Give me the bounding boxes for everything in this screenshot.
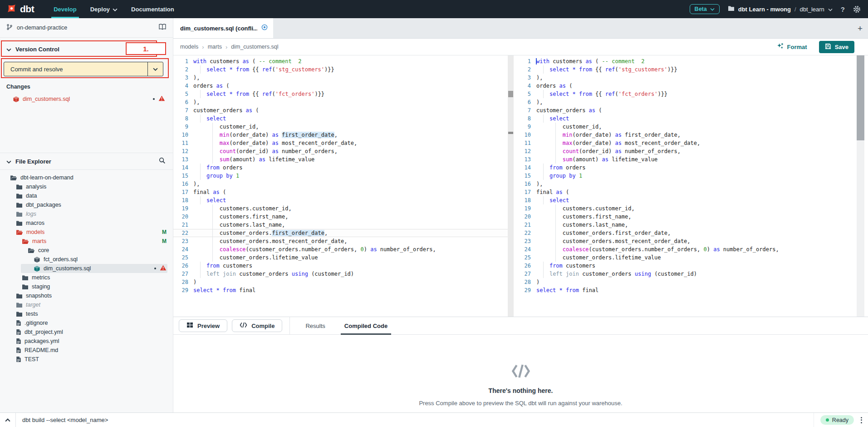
tree-item-readme-md[interactable]: README.md	[0, 346, 173, 355]
modified-circle-dot-icon[interactable]	[261, 24, 268, 32]
code-line-5[interactable]: 5 select * from {{ ref('fct_orders')}}	[173, 90, 508, 98]
code-line-18[interactable]: 18 select	[517, 196, 857, 204]
code-line-21[interactable]: 21 customers.last_name,	[517, 221, 857, 229]
code-line-1[interactable]: 1with customers as ( -- comment 2	[173, 57, 508, 65]
compile-button[interactable]: Compile	[232, 319, 282, 332]
branch-row[interactable]: on-demand-practice	[0, 18, 173, 38]
changes-file-row[interactable]: dim_customers.sql	[0, 94, 173, 104]
code-line-23[interactable]: 23 customer_orders.most_recent_order_dat…	[517, 237, 857, 245]
tree-item-metrics[interactable]: metrics	[0, 273, 173, 282]
account-selector[interactable]: dbt Learn - mwong / dbt_learn	[728, 5, 833, 13]
tree-item-models[interactable]: modelsM	[0, 228, 173, 237]
tree-item-macros[interactable]: macros	[0, 218, 173, 228]
scrollbar-thumb[interactable]	[857, 55, 864, 140]
code-line-10[interactable]: 10 min(order_date) as first_order_date,	[173, 131, 508, 139]
code-line-13[interactable]: 13 sum(amount) as lifetime_value	[517, 155, 857, 164]
code-line-20[interactable]: 20 customers.first_name,	[517, 213, 857, 221]
docs-book-icon[interactable]	[158, 24, 167, 32]
breadcrumb-models[interactable]: models	[180, 44, 198, 50]
version-control-header[interactable]: Version Control	[0, 41, 157, 57]
code-line-26[interactable]: 26 from customers	[517, 262, 857, 270]
code-line-15[interactable]: 15 group by 1	[173, 172, 508, 180]
tree-item-data[interactable]: data	[0, 191, 173, 200]
code-line-6[interactable]: 6),	[517, 98, 857, 106]
nav-item-develop[interactable]: Develop	[47, 0, 83, 18]
save-button[interactable]: Save	[819, 41, 854, 53]
preview-button[interactable]: Preview	[179, 319, 227, 332]
code-line-8[interactable]: 8 select	[173, 114, 508, 123]
tree-item-dim-customers-sql[interactable]: dim_customers.sql	[0, 264, 173, 273]
code-line-25[interactable]: 25 customer_orders.lifetime_value	[517, 253, 857, 262]
tree-item-packages-yml[interactable]: packages.yml	[0, 337, 173, 346]
code-line-23[interactable]: 23 customer_orders.most_recent_order_dat…	[173, 237, 508, 245]
commit-dropdown-caret[interactable]	[147, 62, 163, 76]
code-line-7[interactable]: 7customer_orders as (	[517, 106, 857, 114]
code-line-16[interactable]: 16),	[517, 180, 857, 188]
code-line-12[interactable]: 12 count(order_id) as number_of_orders,	[517, 147, 857, 155]
tree-item-test[interactable]: TEST	[0, 355, 173, 364]
left-pane-scrollbar[interactable]	[508, 55, 514, 317]
tree-item-core[interactable]: core	[0, 246, 173, 255]
code-line-22[interactable]: 22 customer_orders.first_order_date,	[173, 229, 508, 237]
code-line-28[interactable]: 28)	[173, 278, 508, 286]
command-input[interactable]: dbt build --select <model_name>	[16, 417, 814, 423]
tab-dim-customers[interactable]: dim_customers.sql (confli...	[173, 18, 273, 38]
file-explorer-header[interactable]: File Explorer	[0, 153, 173, 170]
code-line-29[interactable]: 29select * from final	[173, 286, 508, 294]
tree-item-snapshots[interactable]: snapshots	[0, 291, 173, 300]
code-line-12[interactable]: 12 count(order_id) as number_of_orders,	[173, 147, 508, 155]
code-line-22[interactable]: 22 customer_orders.first_order_date,	[517, 229, 857, 237]
code-line-18[interactable]: 18 select	[173, 196, 508, 204]
editor-pane-right[interactable]: 1with customers as ( -- comment 22 selec…	[517, 55, 857, 317]
code-line-26[interactable]: 26 from customers	[173, 262, 508, 270]
nav-item-deploy[interactable]: Deploy	[83, 0, 124, 18]
code-line-1[interactable]: 1with customers as ( -- comment 2	[517, 57, 857, 65]
code-line-29[interactable]: 29select * from final	[517, 286, 857, 294]
code-line-28[interactable]: 28)	[517, 278, 857, 286]
tree-item-dbt-project-yml[interactable]: dbt_project.yml	[0, 328, 173, 337]
code-line-17[interactable]: 17final as (	[173, 188, 508, 196]
nav-item-documentation[interactable]: Documentation	[124, 0, 181, 18]
beta-toggle[interactable]: Beta	[690, 4, 720, 14]
commit-and-resolve-button[interactable]: Commit and resolve	[4, 62, 163, 76]
code-line-11[interactable]: 11 max(order_date) as most_recent_order_…	[517, 139, 857, 147]
gear-icon[interactable]	[853, 5, 861, 13]
tree-item-dbt-packages[interactable]: dbt_packages	[0, 200, 173, 209]
tab-results[interactable]: Results	[302, 317, 329, 335]
code-line-9[interactable]: 9 customer_id,	[517, 123, 857, 131]
code-line-3[interactable]: 3),	[173, 74, 508, 82]
code-line-24[interactable]: 24 coalesce(customer_orders.number_of_or…	[173, 245, 508, 253]
tab-compiled-code[interactable]: Compiled Code	[341, 317, 391, 335]
code-line-19[interactable]: 19 customers.customer_id,	[173, 204, 508, 213]
code-line-4[interactable]: 4orders as (	[517, 82, 857, 90]
tree-item-fct-orders-sql[interactable]: fct_orders.sql	[0, 255, 173, 264]
code-line-24[interactable]: 24 coalesce(customer_orders.number_of_or…	[517, 245, 857, 253]
code-line-14[interactable]: 14 from orders	[173, 164, 508, 172]
code-line-10[interactable]: 10 min(order_date) as first_order_date,	[517, 131, 857, 139]
code-line-2[interactable]: 2 select * from {{ ref('stg_customers')}…	[517, 65, 857, 74]
code-line-8[interactable]: 8 select	[517, 114, 857, 123]
code-line-4[interactable]: 4orders as (	[173, 82, 508, 90]
tree-item-marts[interactable]: martsM	[0, 237, 173, 246]
code-line-17[interactable]: 17final as (	[517, 188, 857, 196]
tree-item-staging[interactable]: staging	[0, 282, 173, 291]
code-line-25[interactable]: 25 customer_orders.lifetime_value	[173, 253, 508, 262]
code-line-16[interactable]: 16),	[173, 180, 508, 188]
help-icon[interactable]: ?	[841, 5, 845, 13]
code-line-27[interactable]: 27 left join customer_orders using (cust…	[517, 270, 857, 278]
code-line-20[interactable]: 20 customers.first_name,	[173, 213, 508, 221]
code-line-3[interactable]: 3),	[517, 74, 857, 82]
format-button[interactable]: Format	[777, 43, 807, 51]
code-line-19[interactable]: 19 customers.customer_id,	[517, 204, 857, 213]
search-icon[interactable]	[159, 157, 166, 166]
right-pane-scrollbar[interactable]	[857, 55, 864, 317]
tree-item-logs[interactable]: logs	[0, 209, 173, 218]
logo[interactable]: dbt	[0, 0, 34, 18]
breadcrumb-marts[interactable]: marts	[208, 44, 222, 50]
tree-item-analysis[interactable]: analysis	[0, 182, 173, 191]
tree-item-tests[interactable]: tests	[0, 309, 173, 318]
code-line-15[interactable]: 15 group by 1	[517, 172, 857, 180]
tree-item-target[interactable]: target	[0, 300, 173, 309]
editor-pane-left[interactable]: 1with customers as ( -- comment 22 selec…	[173, 55, 508, 317]
code-line-5[interactable]: 5 select * from {{ ref('fct_orders')}}	[517, 90, 857, 98]
